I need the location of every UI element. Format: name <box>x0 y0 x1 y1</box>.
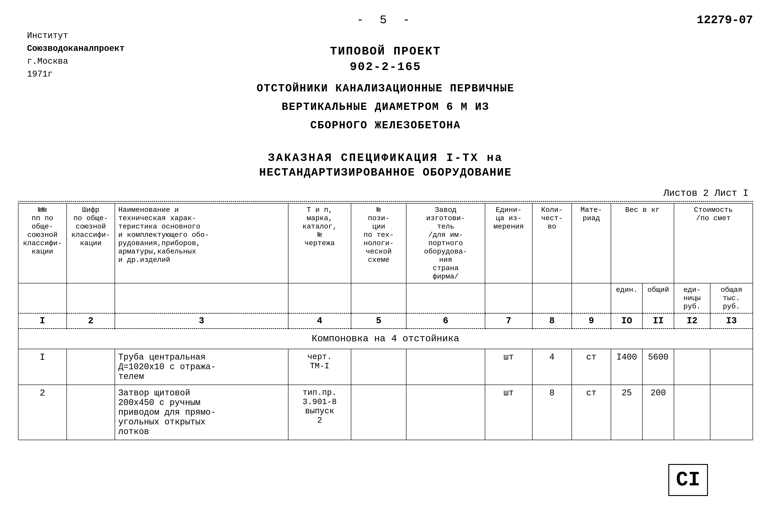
col-header-12-13: Стоимость/по смет <box>674 203 753 283</box>
col-header-3: Наименование итехническая харак-теристик… <box>115 203 288 283</box>
row1-name: Труба центральнаяД=1020х10 с отража-теле… <box>115 349 288 385</box>
col-header-7: Едини-ца из-мерения <box>485 203 532 283</box>
sheets-info: Листов 2 Лист I <box>18 188 753 199</box>
col-num-8: 8 <box>532 313 572 329</box>
institute-line4: 1971г <box>27 68 125 81</box>
col-num-6: 6 <box>406 313 485 329</box>
col-header-4b <box>288 283 351 313</box>
institute-line3: г.Москва <box>27 55 125 68</box>
institute-line2: Союзводоканалпроект <box>27 42 125 55</box>
row2-pos <box>351 385 406 440</box>
title-line3: ОТСТОЙНИКИ КАНАЛИЗАЦИОННЫЕ ПЕРВИЧНЫЕ <box>18 80 753 97</box>
table-row: 2 Затвор щитовой200х450 с ручнымприводом… <box>18 385 753 440</box>
col-num-13: I3 <box>710 313 753 329</box>
page: - 5 - 12279-07 Институт Союзводоканалпро… <box>0 0 771 532</box>
col-header-13-sub: общаятыс.руб. <box>710 283 753 313</box>
row2-zavod <box>406 385 485 440</box>
kompanovka-row: Компоновка на 4 отстойника <box>18 329 753 349</box>
row1-pos <box>351 349 406 385</box>
col-header-4: Т и п,марка,каталог,№чертежа <box>288 203 351 283</box>
kompanovka-text: Компоновка на 4 отстойника <box>18 329 753 349</box>
row2-mat: ст <box>572 385 611 440</box>
col-header-7b <box>485 283 532 313</box>
col-header-8b <box>532 283 572 313</box>
row1-kol: 4 <box>532 349 572 385</box>
spec-line2: НЕСТАНДАРТИЗИРОВАННОЕ ОБОРУДОВАНИЕ <box>18 166 753 179</box>
row1-zavod <box>406 349 485 385</box>
title-line4: ВЕРТИКАЛЬНЫЕ ДИАМЕТРОМ 6 М ИЗ <box>18 99 753 115</box>
row1-ed: шт <box>485 349 532 385</box>
table-header-row2: един. общий еди-ницыруб. общаятыс.руб. <box>18 283 753 313</box>
col-header-2b <box>67 283 115 313</box>
row2-kol: 8 <box>532 385 572 440</box>
col-header-1b <box>18 283 67 313</box>
col-header-8: Коли-чест-во <box>532 203 572 283</box>
row1-shifr <box>67 349 115 385</box>
col-num-2: 2 <box>67 313 115 329</box>
col-header-9b <box>572 283 611 313</box>
col-num-5: 5 <box>351 313 406 329</box>
row1-ves-ed: I400 <box>611 349 642 385</box>
col-header-11-sub: общий <box>642 283 674 313</box>
institute-line1: Институт <box>27 29 125 42</box>
col-header-1: №№пп по обще-союзнойклассифи-кации <box>18 203 67 283</box>
col-header-6b <box>406 283 485 313</box>
col-header-5: №пози-циипо тех-нологи-ческойсхеме <box>351 203 406 283</box>
spec-table: №№пп по обще-союзнойклассифи-кации Шифрп… <box>18 203 753 440</box>
col-header-12-sub: еди-ницыруб. <box>674 283 710 313</box>
row2-st-obsh <box>710 385 753 440</box>
row1-st-ed <box>674 349 710 385</box>
title-line2: 902-2-165 <box>18 60 753 74</box>
row1-mat: ст <box>572 349 611 385</box>
row1-ves-obsh: 5600 <box>642 349 674 385</box>
row2-ves-obsh: 200 <box>642 385 674 440</box>
col-num-10: IO <box>611 313 642 329</box>
row2-tip: тип.пр.3.901-8выпуск2 <box>288 385 351 440</box>
row2-ves-ed: 25 <box>611 385 642 440</box>
col-header-2: Шифрпо обще-союзнойклассифи-кации <box>67 203 115 283</box>
doc-number: 12279-07 <box>697 14 753 27</box>
col-num-7: 7 <box>485 313 532 329</box>
row2-st-ed <box>674 385 710 440</box>
ci-stamp: CI <box>668 464 708 496</box>
col-num-3: 3 <box>115 313 288 329</box>
title-line1: ТИПОВОЙ ПРОЕКТ <box>18 45 753 58</box>
title-line5: СБОРНОГО ЖЕЛЕЗОБЕТОНА <box>18 117 753 134</box>
col-header-10-11: Вес в кг <box>611 203 674 283</box>
main-table-container: №№пп по обще-союзнойклассифи-кации Шифрп… <box>18 203 753 440</box>
col-header-6: Заводизготови-тель/для им-портногооборуд… <box>406 203 485 283</box>
table-header-row: №№пп по обще-союзнойклассифи-кации Шифрп… <box>18 203 753 283</box>
dashed-line-top <box>18 201 753 202</box>
row1-tip: черт.ТМ-I <box>288 349 351 385</box>
col-header-3b <box>115 283 288 313</box>
col-header-9: Мате-риад <box>572 203 611 283</box>
header-center: ТИПОВОЙ ПРОЕКТ 902-2-165 ОТСТОЙНИКИ КАНА… <box>18 45 753 134</box>
spec-line1: ЗАКАЗНАЯ СПЕЦИФИКАЦИЯ I-ТХ на <box>18 152 753 164</box>
col-header-5b <box>351 283 406 313</box>
row1-nn: I <box>18 349 67 385</box>
col-num-12: I2 <box>674 313 710 329</box>
page-number: - 5 - <box>18 14 753 27</box>
row2-shifr <box>67 385 115 440</box>
spec-title: ЗАКАЗНАЯ СПЕЦИФИКАЦИЯ I-ТХ на НЕСТАНДАРТ… <box>18 152 753 179</box>
col-num-1: I <box>18 313 67 329</box>
col-num-9: 9 <box>572 313 611 329</box>
row2-ed: шт <box>485 385 532 440</box>
row2-nn: 2 <box>18 385 67 440</box>
table-row: I Труба центральнаяД=1020х10 с отража-те… <box>18 349 753 385</box>
col-num-4: 4 <box>288 313 351 329</box>
row1-st-obsh <box>710 349 753 385</box>
col-number-row: I 2 3 4 5 6 7 8 9 IO II I2 I3 <box>18 313 753 329</box>
col-header-10-sub: един. <box>611 283 642 313</box>
row2-name: Затвор щитовой200х450 с ручнымприводом д… <box>115 385 288 440</box>
institute-block: Институт Союзводоканалпроект г.Москва 19… <box>27 29 125 81</box>
col-num-11: II <box>642 313 674 329</box>
